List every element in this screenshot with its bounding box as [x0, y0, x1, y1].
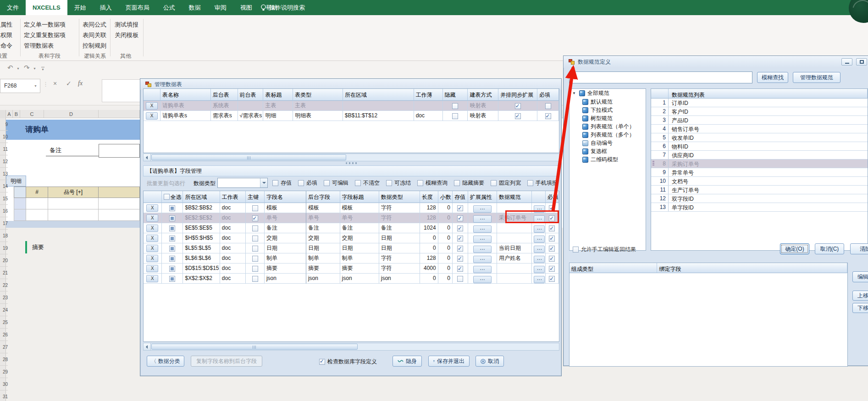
tables-grid-hscrollbar[interactable]	[143, 154, 559, 161]
menu-tab[interactable]: 文件	[0, 0, 26, 15]
row-select-checkbox[interactable]	[169, 256, 175, 262]
row-header[interactable]: 16	[0, 205, 8, 217]
required-checkbox[interactable]	[549, 246, 555, 252]
column-header-d[interactable]: D	[44, 110, 99, 118]
row-header[interactable]: 31	[0, 390, 8, 401]
detail-header-index[interactable]: #	[26, 187, 48, 198]
remark-label-cell[interactable]: 备注	[46, 145, 99, 156]
data-spec-picker-button[interactable]	[534, 276, 545, 283]
chevron-down-icon[interactable]: ▼	[572, 91, 577, 95]
detail-cell[interactable]	[48, 198, 99, 209]
move-down-button[interactable]: 下移(	[852, 303, 868, 313]
ribbon-command[interactable]: 表间公式	[83, 19, 106, 30]
row-header[interactable]: 24	[0, 304, 8, 316]
row-header[interactable]: 19	[0, 242, 8, 254]
row-header[interactable]: 11	[0, 143, 8, 155]
field-row[interactable]: X $L$6:$L$6 doc 制单 制单 制单 字符 128 0 用户姓名	[144, 253, 559, 264]
ribbon-command[interactable]: 定义重复数据项	[24, 30, 66, 40]
required-checkbox[interactable]	[549, 266, 555, 272]
tree-item[interactable]: 自动编号	[569, 139, 646, 147]
select-all-checkbox[interactable]	[164, 194, 170, 200]
data-classify-button[interactable]: 〈 数据分类	[147, 356, 184, 367]
ribbon-command[interactable]: 板权限	[0, 30, 12, 40]
field-row[interactable]: X $L$5:$L$5 doc 日期 日期 日期 日期 0 0 当前日期	[144, 243, 559, 253]
detail-header-itemno[interactable]: 品号 [+]	[48, 187, 99, 198]
delete-field-button[interactable]: X	[146, 214, 158, 222]
spec-list-item[interactable]: 1 订单ID	[651, 99, 868, 107]
tree-item[interactable]: 默认规范	[569, 98, 646, 106]
field-row[interactable]: X $H$5:$H$5 doc 交期 交期 交期 日期 0 0	[144, 233, 559, 243]
row-select-checkbox[interactable]	[169, 215, 175, 221]
tree-item[interactable]: 列表规范（单个）	[569, 122, 646, 131]
ribbon-command[interactable]: 测试填报	[115, 19, 138, 30]
required-checkbox[interactable]	[549, 276, 555, 282]
check-db-fields-option[interactable]: 检查数据库字段定义	[319, 358, 377, 366]
menu-tab[interactable]: 页面布局	[119, 0, 156, 15]
batch-checkbox[interactable]: 不清空	[355, 179, 380, 187]
scrollbar-thumb[interactable]	[151, 154, 346, 160]
fields-grid-hscrollbar[interactable]	[143, 343, 559, 351]
row-header[interactable]: 9	[0, 118, 8, 131]
column-header-b[interactable]: B	[13, 110, 20, 118]
store-value-checkbox[interactable]	[457, 266, 463, 272]
spec-search-input[interactable]	[569, 71, 752, 83]
ribbon-command[interactable]: 表间关联	[83, 30, 106, 40]
menu-tab[interactable]: 审阅	[208, 0, 233, 15]
extended-props-button[interactable]	[473, 266, 492, 273]
row-header[interactable]: 25	[0, 316, 8, 329]
data-spec-picker-button[interactable]	[534, 236, 545, 243]
row-header[interactable]: 20	[0, 254, 8, 267]
row-header[interactable]: 26	[0, 329, 8, 341]
tree-item[interactable]: 二维码模型	[569, 155, 646, 164]
tree-item[interactable]: 复选框	[569, 147, 646, 155]
customize-toolbar-icon[interactable]: ▼	[41, 67, 44, 71]
move-up-button[interactable]: 上移(	[852, 291, 868, 301]
delete-field-button[interactable]: X	[146, 204, 158, 212]
copy-field-names-button[interactable]: 复制字段名称到后台字段	[191, 356, 262, 367]
save-exit-button[interactable]: 保存并退出	[428, 356, 470, 367]
checkbox[interactable]	[298, 180, 304, 186]
tell-me-search[interactable]: 操作说明搜索	[253, 0, 305, 15]
row-select-checkbox[interactable]	[169, 225, 175, 231]
row-select-checkbox[interactable]	[169, 205, 175, 211]
field-row[interactable]: X $E$5:$E$5 doc 备注 备注 备注 备注 1024 0	[144, 223, 559, 233]
spec-list-item[interactable]: 11 生产订单号	[651, 186, 868, 194]
spec-list-item[interactable]: 6 物料ID	[651, 142, 868, 151]
row-select-checkbox[interactable]	[169, 236, 175, 242]
checkbox[interactable]	[417, 180, 423, 186]
store-value-checkbox[interactable]	[457, 215, 463, 221]
row-header[interactable]: 15	[0, 192, 8, 205]
primary-key-checkbox[interactable]	[252, 225, 258, 231]
checkbox[interactable]	[527, 180, 533, 186]
sync-expand-checkbox[interactable]	[515, 113, 521, 119]
detail-cell[interactable]	[99, 209, 140, 221]
row-select-checkbox[interactable]	[169, 266, 175, 272]
batch-checkbox[interactable]: 固定列宽	[491, 179, 521, 187]
detail-header-blank[interactable]	[99, 187, 140, 198]
ok-button[interactable]: 确定(O)	[780, 243, 809, 254]
delete-row-button[interactable]: X	[146, 112, 158, 120]
splitter-handle[interactable]	[346, 162, 358, 164]
insert-function-icon[interactable]: fx	[78, 80, 83, 87]
summary-label-cell[interactable]: 摘要	[32, 243, 44, 252]
scrollbar-thumb[interactable]	[151, 344, 358, 350]
ribbon-command[interactable]: 关闭模板	[115, 30, 138, 40]
required-checkbox[interactable]	[549, 236, 555, 242]
fuzzy-search-button[interactable]: 模糊查找	[757, 72, 788, 83]
cancel-entry-icon[interactable]: ×	[53, 80, 57, 87]
undo-dropdown-icon[interactable]: ▼	[17, 67, 20, 70]
primary-key-checkbox[interactable]	[252, 205, 258, 211]
name-box-dropdown-icon[interactable]: ▼	[34, 79, 37, 93]
spec-list-item[interactable]: 2 客户ID	[651, 107, 868, 116]
batch-checkbox[interactable]: 手机填报	[527, 179, 558, 187]
row-select-checkbox[interactable]	[169, 246, 175, 252]
row-select-checkbox[interactable]	[169, 276, 175, 282]
checkbox[interactable]	[355, 180, 361, 186]
detail-header-blank[interactable]	[14, 187, 26, 198]
allow-manual-edit-option[interactable]: 允许手工编辑返回结果	[573, 246, 636, 253]
redo-dropdown-icon[interactable]: ▼	[33, 67, 36, 70]
extended-props-button[interactable]	[473, 215, 492, 223]
delete-field-button[interactable]: X	[146, 265, 158, 272]
store-value-checkbox[interactable]	[457, 246, 463, 252]
table-row[interactable]: X 请购单表 系统表 主表 主表 映射表	[144, 101, 559, 111]
